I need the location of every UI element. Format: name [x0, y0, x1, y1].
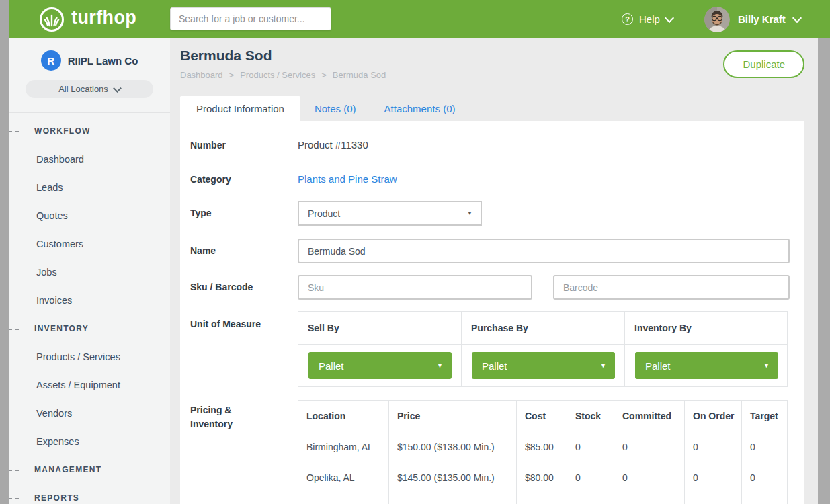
uom-cell: Pallet	[462, 345, 625, 386]
logo-wordmark: turfhop	[71, 7, 136, 28]
sku-input[interactable]	[298, 275, 532, 300]
number-value: Product #11330	[298, 139, 368, 151]
category-label: Category	[190, 174, 231, 185]
name-input[interactable]	[298, 239, 790, 263]
sidebar-nav: WORKFLOW Dashboard Leads Quotes Customer…	[9, 112, 170, 504]
sidebar-section-reports[interactable]: REPORTS	[9, 484, 170, 504]
uom-header-sell-by: Sell By	[298, 312, 462, 345]
inventory-by-value: Pallet	[645, 360, 671, 372]
location-filter-label: All Locations	[58, 84, 108, 94]
sidebar-item-leads[interactable]: Leads	[9, 173, 170, 202]
sidebar-item-quotes[interactable]: Quotes	[9, 202, 170, 230]
col-target: Target	[742, 401, 787, 431]
name-label: Name	[190, 245, 216, 256]
col-price: Price	[389, 401, 517, 431]
company-badge: R	[41, 50, 61, 71]
duplicate-button[interactable]: Duplicate	[723, 50, 804, 78]
breadcrumb-separator	[321, 70, 327, 80]
chevron-down-icon	[665, 13, 674, 22]
col-location: Location	[298, 401, 389, 431]
table-row-clipped-cell	[298, 493, 389, 504]
price-cell: $150.00 ($138.00 Min.)	[389, 431, 517, 462]
sidebar-section-inventory[interactable]: INVENTORY	[9, 314, 170, 343]
location-link-birmingham[interactable]: Birmingham, AL	[298, 431, 389, 462]
number-label: Number	[190, 140, 226, 151]
scrollbar[interactable]	[818, 38, 830, 504]
breadcrumb-item-current: Bermuda Sod	[333, 70, 386, 80]
unit-of-measure-table: Sell By Purchase By Inventory By Pallet …	[298, 311, 788, 387]
top-navbar: turfhop ? Help	[9, 0, 830, 38]
global-search-input[interactable]	[170, 7, 331, 30]
table-row-clipped-cell	[742, 493, 787, 504]
section-label: INVENTORY	[34, 324, 89, 333]
turfhop-grass-icon	[38, 6, 65, 33]
col-on-order: On Order	[685, 401, 742, 431]
col-stock: Stock	[567, 401, 614, 431]
category-link[interactable]: Plants and Pine Straw	[298, 173, 397, 185]
sidebar: R RIIPL Lawn Co All Locations WORKFLOW D…	[9, 38, 170, 504]
uom-cell: Pallet	[298, 345, 462, 386]
tab-product-information[interactable]: Product Information	[180, 96, 300, 121]
company-header[interactable]: R RIIPL Lawn Co	[9, 38, 170, 71]
user-avatar	[704, 7, 730, 32]
app-logo[interactable]: turfhop	[38, 0, 136, 38]
pricing-inventory-label: Pricing & Inventory	[190, 403, 233, 431]
sidebar-item-dashboard[interactable]: Dashboard	[9, 145, 170, 173]
table-row-clipped-cell	[685, 493, 742, 504]
sidebar-item-vendors[interactable]: Vendors	[9, 399, 170, 427]
sidebar-item-expenses[interactable]: Expenses	[9, 427, 170, 456]
section-label: REPORTS	[34, 493, 79, 503]
on-order-cell: 0	[685, 462, 742, 493]
table-row-clipped-cell	[389, 493, 517, 504]
user-name: Billy Kraft	[738, 13, 786, 25]
help-menu[interactable]: ? Help	[622, 0, 673, 38]
pricing-inventory-table: Location Price Cost Stock Committed On O…	[298, 400, 788, 504]
type-label: Type	[190, 208, 212, 218]
committed-cell: 0	[614, 462, 685, 493]
cost-cell: $85.00	[517, 431, 567, 462]
purchase-by-select[interactable]: Pallet	[472, 352, 615, 379]
breadcrumb-item-dashboard[interactable]: Dashboard	[180, 70, 223, 80]
unit-of-measure-label: Unit of Measure	[190, 319, 261, 329]
stock-cell: 0	[567, 431, 614, 462]
table-row-clipped-cell	[567, 493, 614, 504]
uom-cell: Pallet	[625, 345, 787, 386]
col-committed: Committed	[614, 401, 685, 431]
tab-attachments[interactable]: Attachments (0)	[370, 96, 470, 121]
section-label: WORKFLOW	[34, 126, 91, 136]
tab-bar: Product Information Notes (0) Attachment…	[180, 96, 469, 121]
sidebar-item-customers[interactable]: Customers	[9, 230, 170, 258]
sidebar-item-jobs[interactable]: Jobs	[9, 258, 170, 286]
window-edge-left	[0, 0, 9, 504]
location-filter-dropdown[interactable]: All Locations	[26, 80, 153, 98]
table-row-clipped-cell	[614, 493, 685, 504]
cost-cell: $80.00	[517, 462, 567, 493]
target-cell: 0	[742, 462, 787, 493]
sku-barcode-label: Sku / Barcode	[190, 282, 253, 292]
location-link-opelika[interactable]: Opelika, AL	[298, 462, 389, 493]
app-window: turfhop ? Help	[0, 0, 830, 504]
help-icon: ?	[622, 13, 633, 25]
sell-by-select[interactable]: Pallet	[308, 352, 452, 379]
type-select[interactable]: Product	[298, 201, 482, 226]
breadcrumb-item-products-services[interactable]: Products / Services	[240, 70, 315, 80]
col-cost: Cost	[517, 401, 567, 431]
target-cell: 0	[742, 431, 787, 462]
chevron-down-icon	[113, 84, 122, 93]
tab-notes[interactable]: Notes (0)	[300, 96, 370, 121]
sidebar-section-management[interactable]: MANAGEMENT	[9, 456, 170, 484]
sidebar-item-products-services[interactable]: Products / Services	[9, 343, 170, 371]
inventory-by-select[interactable]: Pallet	[635, 352, 778, 379]
section-label: MANAGEMENT	[34, 465, 101, 474]
barcode-input[interactable]	[553, 275, 790, 300]
sell-by-value: Pallet	[319, 360, 344, 372]
on-order-cell: 0	[685, 431, 742, 462]
main-content: Bermuda Sod Dashboard Products / Service…	[170, 38, 818, 504]
help-label: Help	[639, 13, 660, 25]
user-menu[interactable]: Billy Kraft	[704, 0, 800, 38]
sidebar-item-assets-equipment[interactable]: Assets / Equipment	[9, 371, 170, 399]
page-title: Bermuda Sod	[180, 48, 272, 64]
breadcrumb: Dashboard Products / Services Bermuda So…	[180, 70, 386, 80]
sidebar-item-invoices[interactable]: Invoices	[9, 286, 170, 314]
sidebar-section-workflow[interactable]: WORKFLOW	[9, 117, 170, 145]
